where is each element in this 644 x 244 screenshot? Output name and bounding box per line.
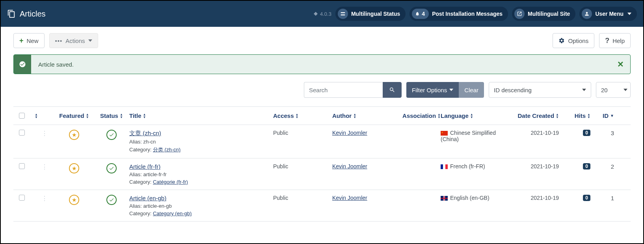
language-value: French (fr-FR) xyxy=(441,163,504,169)
drag-handle[interactable]: ⋮ xyxy=(41,130,48,137)
new-button[interactable]: + New xyxy=(13,33,45,48)
status-toggle[interactable] xyxy=(106,163,117,173)
column-ordering[interactable]: ▲▼ xyxy=(35,113,54,119)
access-value: Public xyxy=(273,195,332,201)
user-icon xyxy=(584,11,590,17)
gear-icon xyxy=(558,37,565,44)
filter-options-button[interactable]: Filter Options xyxy=(406,82,459,98)
column-id[interactable]: ID▼ xyxy=(590,112,614,119)
success-alert: Article saved. ✕ xyxy=(13,54,631,74)
hits-badge: 0 xyxy=(583,195,590,201)
toolbar: + New ••• Actions Options ? Help xyxy=(1,27,643,54)
language-value: Chinese Simplified (China) xyxy=(441,130,504,142)
row-checkbox[interactable] xyxy=(19,195,25,201)
row-checkbox[interactable] xyxy=(19,130,25,136)
article-alias: Alias: article-fr-fr xyxy=(129,171,273,177)
article-alias: Alias: zh-cn xyxy=(129,139,273,145)
external-link-icon xyxy=(517,11,522,17)
column-title[interactable]: Title▲▼ xyxy=(129,112,273,119)
ellipsis-icon: ••• xyxy=(55,37,63,44)
column-date[interactable]: Date Created▲▼ xyxy=(504,112,559,119)
search-button[interactable] xyxy=(383,82,402,98)
access-value: Public xyxy=(273,130,332,136)
column-language[interactable]: Language▲▼ xyxy=(441,112,504,119)
clear-filters-button[interactable]: Clear xyxy=(459,82,484,98)
articles-table: ▲▼ Featured▲▼ Status▲▼ Title▲▼ Access▲▼ … xyxy=(13,106,631,222)
articles-icon xyxy=(7,9,16,18)
user-menu-button[interactable]: User Menu xyxy=(579,7,637,21)
drag-handle[interactable]: ⋮ xyxy=(41,195,48,202)
chevron-down-icon xyxy=(582,89,586,91)
column-author[interactable]: Author▲▼ xyxy=(332,112,393,119)
search-input[interactable] xyxy=(304,82,383,98)
sort-select[interactable]: ID descending xyxy=(489,82,591,98)
featured-toggle[interactable]: ★ xyxy=(69,195,79,205)
category-link[interactable]: Category (en-gb) xyxy=(153,210,192,216)
select-all-checkbox[interactable] xyxy=(19,113,25,119)
post-install-messages-button[interactable]: 4 Post Installation Messages xyxy=(409,7,508,21)
table-row: ⋮ ★ Article (en-gb) Alias: article-en-gb… xyxy=(13,190,631,222)
column-featured[interactable]: Featured▲▼ xyxy=(54,112,94,119)
multilingual-site-button[interactable]: Multilingual Site xyxy=(512,7,575,21)
status-toggle[interactable] xyxy=(106,195,117,205)
featured-toggle[interactable]: ★ xyxy=(69,163,79,173)
article-title-link[interactable]: 文章 (zh-cn) xyxy=(129,130,161,136)
help-button[interactable]: ? Help xyxy=(599,33,631,48)
category-link[interactable]: 分类 (zh-cn) xyxy=(153,147,181,153)
question-icon: ? xyxy=(605,37,609,45)
featured-toggle[interactable]: ★ xyxy=(69,130,79,140)
author-link[interactable]: Kevin Joomler xyxy=(332,130,367,136)
bell-icon xyxy=(415,11,420,16)
chevron-down-icon xyxy=(88,39,92,42)
hits-badge: 0 xyxy=(583,130,590,136)
date-value: 2021-10-19 xyxy=(504,195,559,201)
article-alias: Alias: article-en-gb xyxy=(129,203,273,209)
table-header-row: ▲▼ Featured▲▼ Status▲▼ Title▲▼ Access▲▼ … xyxy=(13,107,631,125)
column-association[interactable]: Association▲▼ xyxy=(393,112,441,119)
chevron-down-icon xyxy=(627,13,631,15)
notification-count: 4 xyxy=(422,11,425,17)
table-row: ⋮ ★ Article (fr-fr) Alias: article-fr-fr… xyxy=(13,158,631,190)
chevron-down-icon xyxy=(449,89,453,91)
hits-badge: 0 xyxy=(583,163,590,169)
plus-icon: + xyxy=(19,37,24,44)
page-title: Articles xyxy=(20,9,46,19)
drag-handle[interactable]: ⋮ xyxy=(41,164,48,170)
author-link[interactable]: Kevin Joomler xyxy=(332,195,367,201)
flag-icon xyxy=(441,131,448,136)
filter-bar: Filter Options Clear ID descending 20 xyxy=(13,82,631,98)
options-button[interactable]: Options xyxy=(553,33,594,48)
access-value: Public xyxy=(273,163,332,169)
date-value: 2021-10-19 xyxy=(504,130,559,136)
language-value: English (en-GB) xyxy=(441,195,504,201)
id-value: 3 xyxy=(590,130,614,136)
id-value: 1 xyxy=(590,195,614,201)
flag-icon xyxy=(441,196,448,201)
table-row: ⋮ ★ 文章 (zh-cn) Alias: zh-cn Category: 分类… xyxy=(13,125,631,158)
top-header: Articles 4.0.3 Multilingual Status 4 Pos… xyxy=(1,1,643,27)
status-toggle[interactable] xyxy=(106,130,117,140)
id-value: 2 xyxy=(590,163,614,170)
alert-close-button[interactable]: ✕ xyxy=(611,60,630,69)
article-category: Category: Catégorie (fr-fr) xyxy=(129,179,273,185)
check-circle-icon xyxy=(14,55,31,74)
column-status[interactable]: Status▲▼ xyxy=(94,112,129,119)
search-icon xyxy=(389,87,395,93)
category-link[interactable]: Catégorie (fr-fr) xyxy=(153,179,188,185)
limit-select[interactable]: 20 xyxy=(596,82,631,98)
column-hits[interactable]: Hits▲▼ xyxy=(559,112,590,119)
version-label: 4.0.3 xyxy=(313,11,331,17)
date-value: 2021-10-19 xyxy=(504,163,559,169)
chevron-down-icon xyxy=(624,89,627,91)
actions-button[interactable]: ••• Actions xyxy=(49,33,98,48)
article-category: Category: 分类 (zh-cn) xyxy=(129,146,273,153)
article-title-link[interactable]: Article (fr-fr) xyxy=(129,163,160,170)
article-category: Category: Category (en-gb) xyxy=(129,210,273,216)
flag-icon xyxy=(441,164,448,169)
row-checkbox[interactable] xyxy=(19,163,25,169)
alert-message: Article saved. xyxy=(31,61,81,68)
author-link[interactable]: Kevin Joomler xyxy=(332,163,367,169)
article-title-link[interactable]: Article (en-gb) xyxy=(129,195,166,201)
column-access[interactable]: Access▲▼ xyxy=(273,112,332,119)
multilingual-status-button[interactable]: Multilingual Status xyxy=(335,7,406,21)
